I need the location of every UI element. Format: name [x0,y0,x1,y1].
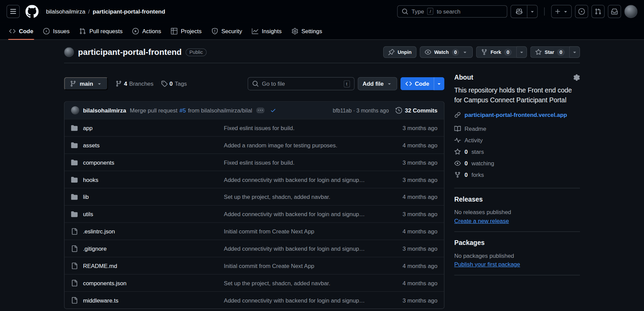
file-name-link[interactable]: assets [83,142,100,148]
tab-actions[interactable]: Actions [128,23,165,40]
about-website-link[interactable]: participant-portal-frontend.vercel.app [465,111,567,118]
tab-settings[interactable]: Settings [287,23,326,40]
edit-about-gear-button[interactable] [573,74,580,81]
play-icon [132,28,139,34]
repo-forked-icon [454,171,461,178]
file-name-link[interactable]: .eslintrc.json [83,228,115,234]
file-name-link[interactable]: utils [83,211,93,217]
file-commit-message[interactable]: Fixed eslint issues for build. [224,159,376,165]
folder-icon [71,176,78,183]
commit-author-link[interactable]: bilalsohailmirza [83,107,126,113]
star-count: 0 [557,49,565,56]
publish-package-link[interactable]: Publish your first package [454,261,520,267]
eye-icon [425,49,431,55]
user-avatar[interactable] [624,5,638,18]
packages-title: Packages [454,239,580,247]
copilot-dropdown-caret[interactable] [527,5,537,17]
create-release-link[interactable]: Create a new release [454,217,509,224]
add-file-button[interactable]: Add file [357,77,397,90]
your-pull-requests-button[interactable] [591,5,605,18]
about-title: About [454,74,473,81]
watching-link[interactable]: 0 watching [454,158,580,169]
chevron-down-icon [436,81,442,87]
header-divider [544,7,545,15]
commit-history-link[interactable]: 32 Commits [395,107,437,113]
commit-status-check-icon[interactable] [270,107,276,113]
chevron-down-icon [387,81,392,87]
file-commit-message[interactable]: Added a random image for testing purpose… [224,142,376,148]
tab-pull-requests[interactable]: Pull requests [75,23,126,40]
file-name-link[interactable]: hooks [83,176,98,183]
activity-link[interactable]: Activity [454,134,580,146]
file-commit-time: 4 months ago [376,263,437,269]
git-pull-request-icon [595,8,601,15]
file-row: hooks Added connectivity with backend fo… [64,171,444,188]
file-commit-message[interactable]: Added connectivity with backend for logi… [224,297,376,303]
file-name-link[interactable]: components [83,159,114,165]
github-logo-icon[interactable] [25,5,39,18]
star-dropdown-caret[interactable] [569,46,580,58]
hamburger-menu-button[interactable] [6,5,20,18]
tab-projects[interactable]: Projects [167,23,206,40]
tab-security[interactable]: Security [208,23,247,40]
stars-link[interactable]: 0 stars [454,146,580,158]
commit-pr-link[interactable]: #5 [179,107,186,113]
file-commit-message[interactable]: Added connectivity with backend for logi… [224,245,376,252]
file-commit-message[interactable]: Set up the project, shadcn, added navbar… [224,279,376,286]
fork-button-group: Fork 0 [476,46,527,58]
file-name-link[interactable]: components.json [83,279,126,286]
commit-author-avatar[interactable] [71,106,79,115]
sidebar-divider [454,188,580,188]
go-to-file-input[interactable] [262,80,340,87]
fork-button[interactable]: Fork 0 [476,46,516,58]
code-dropdown-caret[interactable] [434,77,444,90]
breadcrumb-repo-link[interactable]: participant-portal-frontend [93,8,165,15]
file-name-link[interactable]: app [83,125,93,131]
tab-issues[interactable]: Issues [39,23,74,40]
your-issues-button[interactable] [575,5,588,18]
packages-section: Packages No packages published Publish y… [454,239,580,268]
file-name-link[interactable]: middleware.ts [83,297,119,303]
commit-sha-time[interactable]: bfb11ab · 3 months ago [333,107,389,113]
file-name-link[interactable]: lib [83,193,89,200]
breadcrumb-owner-link[interactable]: bilalsohailmirza [46,8,85,15]
branch-selector[interactable]: main [64,77,108,90]
repo-title-link[interactable]: participant-portal-frontend [78,47,181,57]
git-branch-icon [115,80,122,87]
file-commit-time: 3 months ago [376,297,437,303]
folder-icon [71,125,78,131]
code-button[interactable]: Code [401,77,434,90]
unpin-button[interactable]: Unpin [383,46,416,58]
tags-link[interactable]: 0 Tags [161,80,187,87]
branches-link[interactable]: 4 Branches [115,80,154,87]
tab-label: Actions [142,28,161,34]
notifications-inbox-button[interactable] [608,5,621,18]
forks-link[interactable]: 0 forks [454,169,580,181]
file-commit-message[interactable]: Initial commit from Create Next App [224,263,376,269]
file-commit-message[interactable]: Added connectivity with backend for logi… [224,176,376,183]
commit-details-toggle[interactable] [256,107,265,113]
fork-dropdown-caret[interactable] [516,46,527,58]
file-commit-message[interactable]: Fixed eslint issues for build. [224,125,376,131]
chevron-down-icon [529,8,535,14]
kebab-horizontal-icon [258,108,263,113]
fork-label: Fork [490,49,501,55]
tab-insights[interactable]: Insights [248,23,286,40]
go-to-file-key-hint: t [344,80,350,87]
file-commit-message[interactable]: Added connectivity with backend for logi… [224,211,376,217]
star-button[interactable]: Star 0 [530,46,569,58]
copilot-button[interactable] [511,5,527,17]
watch-button[interactable]: Watch 0 [420,46,473,58]
readme-link[interactable]: Readme [454,123,580,134]
git-branch-icon [70,80,76,87]
file-name-link[interactable]: .gitignore [83,245,107,252]
file-name-link[interactable]: README.md [83,263,117,269]
file-commit-time: 3 months ago [376,245,437,252]
global-header: bilalsohailmirza / participant-portal-fr… [0,0,644,23]
file-row: .eslintrc.json Initial commit from Creat… [64,222,444,240]
create-new-button[interactable] [551,5,572,18]
file-commit-message[interactable]: Set up the project, shadcn, added navbar… [224,193,376,200]
global-search-input[interactable]: Type / to search [397,5,507,17]
file-commit-message[interactable]: Initial commit from Create Next App [224,228,376,234]
tab-code[interactable]: Code [5,23,38,40]
